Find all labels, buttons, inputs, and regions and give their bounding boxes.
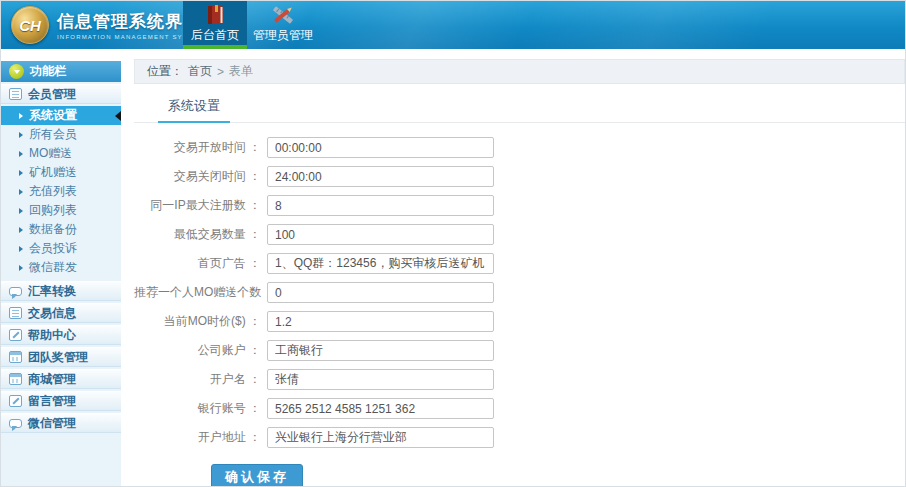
field-label: 最低交易数量 ： (134, 226, 261, 243)
subitem-label: 充值列表 (29, 183, 77, 200)
tab-system-settings[interactable]: 系统设置 (158, 97, 230, 123)
form-row: 同一IP最大注册数 ： (134, 195, 905, 216)
form-row: 首页广告 ： (134, 253, 905, 274)
form-row: 最低交易数量 ： (134, 224, 905, 245)
sidebar-item-label: 微信管理 (28, 415, 76, 432)
company-account-input[interactable] (267, 340, 494, 361)
subitem-label: MO赠送 (29, 145, 72, 162)
field-label: 首页广告 ： (134, 255, 261, 272)
sidebar-item-label: 会员管理 (28, 86, 76, 103)
sidebar-item-label: 留言管理 (28, 393, 76, 410)
sidebar-header[interactable]: 功能栏 (1, 61, 121, 82)
breadcrumb-prefix: 位置： (147, 63, 183, 80)
subitem-label: 会员投诉 (29, 240, 77, 257)
sidebar-item-label: 商城管理 (28, 371, 76, 388)
trade-close-time-input[interactable] (267, 166, 494, 187)
tab-backend-home[interactable]: 后台首页 (183, 1, 247, 49)
sidebar-item-label: 团队奖管理 (28, 349, 88, 366)
list-icon (9, 88, 22, 100)
field-label: 推荐一个人MO赠送个数 ： (134, 284, 261, 301)
sidebar-item-message-management[interactable]: 留言管理 (1, 391, 121, 411)
edit-icon (9, 329, 22, 341)
form-row: 当前MO时价($) ： (134, 311, 905, 332)
current-mo-price-input[interactable] (267, 311, 494, 332)
bank-branch-address-input[interactable] (267, 427, 494, 448)
sidebar-subitem-data-backup[interactable]: 数据备份 (1, 220, 121, 239)
sidebar-subitem-mo-gift[interactable]: MO赠送 (1, 144, 121, 163)
field-label: 公司账户 ： (134, 342, 261, 359)
caret-icon (19, 208, 23, 214)
breadcrumb-home-link[interactable]: 首页 (188, 63, 212, 80)
content-tabstrip: 系统设置 (134, 96, 905, 123)
edit-icon (9, 395, 22, 407)
sidebar: 功能栏 会员管理 系统设置 所有会员 MO赠送 矿机赠送 (1, 61, 121, 486)
tools-icon (271, 3, 296, 25)
tab-admin-management[interactable]: 管理员管理 (247, 1, 319, 49)
sidebar-item-wechat-management[interactable]: 微信管理 (1, 413, 121, 433)
sidebar-item-team-reward[interactable]: 团队奖管理 (1, 347, 121, 367)
account-holder-name-input[interactable] (267, 369, 494, 390)
subitem-label: 系统设置 (29, 107, 77, 124)
sidebar-subitem-buyback-list[interactable]: 回购列表 (1, 201, 121, 220)
sidebar-item-label: 帮助中心 (28, 327, 76, 344)
caret-icon (19, 246, 23, 252)
bank-account-number-input[interactable] (267, 398, 494, 419)
homepage-ad-input[interactable] (267, 253, 494, 274)
field-label: 开户地址 ： (134, 429, 261, 446)
caret-icon (19, 113, 23, 119)
sidebar-subitem-system-settings[interactable]: 系统设置 (1, 106, 121, 125)
referral-mo-gift-input[interactable] (267, 282, 494, 303)
trade-open-time-input[interactable] (267, 137, 494, 158)
breadcrumb-separator: > (217, 65, 224, 79)
calendar-icon (9, 373, 22, 385)
sidebar-item-label: 汇率转换 (28, 283, 76, 300)
sidebar-item-help-center[interactable]: 帮助中心 (1, 325, 121, 345)
form-row: 交易关闭时间 ： (134, 166, 905, 187)
sidebar-item-transaction-info[interactable]: 交易信息 (1, 303, 121, 323)
sidebar-subitem-wechat-mass-send[interactable]: 微信群发 (1, 258, 121, 277)
list-icon (9, 307, 22, 319)
page: CH 信息管理系统界面 INFORMATION MANAGEMENT SYSTE… (0, 0, 906, 487)
field-label: 开户名 ： (134, 371, 261, 388)
field-label: 银行账号 ： (134, 400, 261, 417)
subitem-label: 矿机赠送 (29, 164, 77, 181)
sidebar-subitem-member-complaints[interactable]: 会员投诉 (1, 239, 121, 258)
caret-icon (19, 170, 23, 176)
form-row: 公司账户 ： (134, 340, 905, 361)
breadcrumb: 位置： 首页 > 表单 (134, 59, 905, 84)
book-icon (205, 3, 226, 25)
chevron-down-circle-icon (9, 64, 24, 79)
subitem-label: 所有会员 (29, 126, 77, 143)
header-tabs: 后台首页 管理员管理 (183, 1, 319, 49)
form-row: 交易开放时间 ： (134, 137, 905, 158)
confirm-save-button[interactable]: 确认保存 (211, 464, 303, 487)
logo-badge-icon: CH (11, 6, 49, 44)
chat-icon (9, 419, 22, 428)
sidebar-subitem-miner-gift[interactable]: 矿机赠送 (1, 163, 121, 182)
field-label: 同一IP最大注册数 ： (134, 197, 261, 214)
calendar-icon (9, 351, 22, 363)
breadcrumb-current: 表单 (229, 63, 253, 80)
form-row: 开户地址 ： (134, 427, 905, 448)
field-label: 当前MO时价($) ： (134, 313, 261, 330)
min-trade-quantity-input[interactable] (267, 224, 494, 245)
chat-icon (9, 287, 22, 296)
sidebar-subitem-all-members[interactable]: 所有会员 (1, 125, 121, 144)
content: 位置： 首页 > 表单 系统设置 交易开放时间 ： 交易关闭时间 ： 同一IP最… (134, 59, 905, 486)
app-header: CH 信息管理系统界面 INFORMATION MANAGEMENT SYSTE… (1, 1, 905, 49)
sidebar-item-label: 交易信息 (28, 305, 76, 322)
sidebar-item-mall-management[interactable]: 商城管理 (1, 369, 121, 389)
subitem-label: 数据备份 (29, 221, 77, 238)
system-settings-form: 交易开放时间 ： 交易关闭时间 ： 同一IP最大注册数 ： 最低交易数量 ： 首… (134, 137, 905, 487)
sidebar-item-member-management[interactable]: 会员管理 (1, 84, 121, 104)
subitem-label: 微信群发 (29, 259, 77, 276)
max-register-per-ip-input[interactable] (267, 195, 494, 216)
caret-icon (19, 132, 23, 138)
form-row: 银行账号 ： (134, 398, 905, 419)
app-logo: CH 信息管理系统界面 INFORMATION MANAGEMENT SYSTE… (1, 1, 183, 49)
sidebar-subitem-recharge-list[interactable]: 充值列表 (1, 182, 121, 201)
sidebar-submenu: 系统设置 所有会员 MO赠送 矿机赠送 充值列表 回购列表 (1, 104, 121, 279)
form-row: 开户名 ： (134, 369, 905, 390)
tab-label: 管理员管理 (253, 27, 313, 44)
sidebar-item-exchange-rate[interactable]: 汇率转换 (1, 281, 121, 301)
